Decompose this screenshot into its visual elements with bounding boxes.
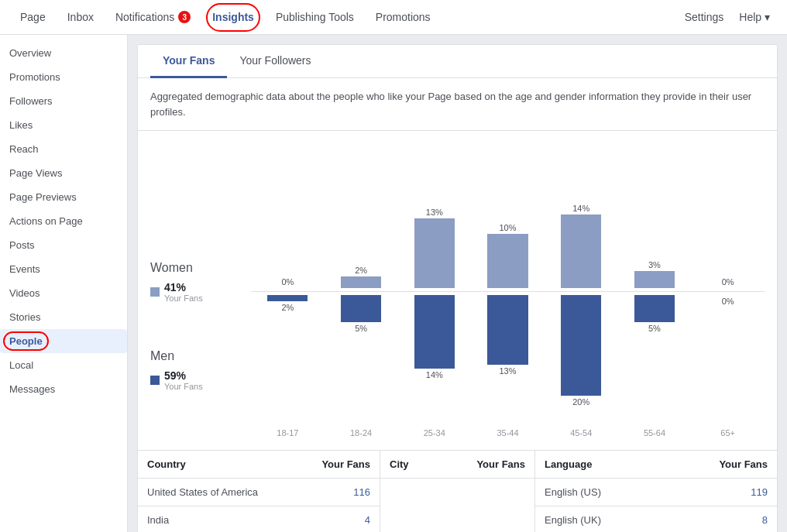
city-table-section: City Your Fans	[380, 451, 535, 532]
age-label-18-24: 18-24	[350, 428, 372, 438]
age-label-45-54: 45-54	[570, 428, 592, 438]
women-legend-sub: Your Fans	[164, 293, 203, 303]
table-row: United States of America116	[138, 479, 380, 506]
tab-your-followers[interactable]: Your Followers	[227, 45, 323, 78]
sidebar-item-actions-on-page[interactable]: Actions on Page	[0, 209, 127, 233]
age-label-65+: 65+	[720, 428, 735, 438]
chart-description: Aggregated demographic data about the pe…	[138, 78, 777, 131]
table-row: English (UK)8	[535, 506, 777, 533]
women-bar-55-64	[634, 271, 675, 288]
men-bar-18-17	[267, 295, 308, 301]
city-table: City Your Fans	[380, 451, 534, 479]
sidebar: Overview Promotions Followers Likes Reac…	[0, 35, 128, 532]
sidebar-item-stories[interactable]: Stories	[0, 305, 127, 329]
language-cell: English (UK)	[535, 506, 682, 533]
language-cell: English (US)	[535, 479, 682, 506]
women-pct-18-17: 0%	[281, 277, 294, 287]
tab-your-fans[interactable]: Your Fans	[150, 45, 227, 78]
women-bar-45-54	[561, 215, 601, 288]
men-pct-35-44: 13%	[500, 366, 517, 376]
men-pct-45-54: 20%	[572, 397, 589, 407]
bar-group-18-17: 0%2%18-17	[251, 143, 325, 438]
notifications-label: Notifications	[115, 11, 174, 23]
men-bar-55-64	[634, 295, 675, 322]
language-fans-col-header: Your Fans	[682, 451, 777, 479]
women-bar-25-34	[414, 218, 455, 288]
fans-cell: 119	[682, 479, 777, 506]
sidebar-item-overview[interactable]: Overview	[0, 41, 127, 65]
table-row: English (US)119	[535, 479, 777, 506]
sidebar-item-followers[interactable]: Followers	[0, 89, 127, 113]
city-col-header: City	[380, 451, 435, 479]
people-highlight: People	[9, 335, 43, 347]
people-label: People	[9, 335, 43, 347]
sidebar-item-likes[interactable]: Likes	[0, 113, 127, 137]
nav-settings[interactable]: Settings	[677, 0, 732, 35]
city-fans-col-header: Your Fans	[435, 451, 534, 479]
age-label-55-64: 55-64	[644, 428, 665, 438]
men-percentage: 59%	[164, 369, 203, 382]
fans-cell: 116	[297, 479, 380, 506]
sidebar-item-messages[interactable]: Messages	[0, 377, 127, 401]
men-title: Men	[150, 349, 243, 363]
men-color-box	[150, 376, 160, 385]
women-bar-18-24	[341, 276, 381, 288]
bar-group-18-24: 2%5%18-24	[325, 143, 398, 438]
men-pct-65+: 0%	[722, 297, 734, 306]
women-pct-45-54: 14%	[572, 204, 589, 213]
bar-group-65+: 0%0%65+	[691, 143, 765, 438]
sidebar-item-reach[interactable]: Reach	[0, 137, 127, 161]
country-cell: India	[138, 506, 297, 533]
language-col-header: Language	[535, 451, 682, 479]
chart-area: Women 41% Your Fans Men	[138, 131, 777, 450]
age-label-25-34: 25-34	[424, 428, 445, 438]
women-pct-65+: 0%	[722, 277, 734, 287]
nav-notifications[interactable]: Notifications 3	[105, 0, 201, 35]
nav-right: Settings Help ▾	[677, 0, 778, 35]
sidebar-item-local[interactable]: Local	[0, 353, 127, 377]
nav-left: Page Inbox Notifications 3 Insights Publ…	[9, 0, 677, 35]
sidebar-item-page-previews[interactable]: Page Previews	[0, 185, 127, 209]
insights-label: Insights	[212, 11, 254, 23]
men-pct-25-34: 14%	[426, 370, 443, 379]
nav-insights[interactable]: Insights	[201, 0, 265, 35]
language-table: Language Your Fans English (US)119Englis…	[535, 451, 777, 532]
sidebar-item-page-views[interactable]: Page Views	[0, 161, 127, 185]
nav-help[interactable]: Help ▾	[731, 0, 778, 35]
bar-chart-container: 0%2%18-172%5%18-2413%14%25-3410%13%35-44…	[251, 143, 765, 438]
bar-group-55-64: 3%5%55-64	[618, 143, 692, 438]
chart-legend: Women 41% Your Fans Men	[150, 261, 251, 438]
language-table-section: Language Your Fans English (US)119Englis…	[535, 451, 777, 532]
sidebar-item-posts[interactable]: Posts	[0, 233, 127, 257]
sidebar-item-events[interactable]: Events	[0, 257, 127, 281]
women-pct-55-64: 3%	[648, 260, 661, 269]
men-pct-18-17: 2%	[281, 303, 294, 312]
notifications-badge: 3	[178, 11, 191, 23]
age-label-35-44: 35-44	[497, 428, 518, 438]
top-navigation: Page Inbox Notifications 3 Insights Publ…	[0, 0, 787, 35]
sidebar-item-people[interactable]: People	[0, 329, 127, 353]
bar-group-25-34: 13%14%25-34	[397, 143, 471, 438]
sidebar-item-videos[interactable]: Videos	[0, 281, 127, 305]
fans-cell: 4	[297, 506, 380, 533]
women-legend-item: 41% Your Fans	[150, 281, 243, 303]
country-col-header: Country	[138, 451, 297, 479]
men-legend-sub: Your Fans	[164, 382, 203, 391]
tabs-row: Your Fans Your Followers	[138, 45, 777, 78]
men-bar-45-54	[561, 295, 601, 396]
bar-group-35-44: 10%13%35-44	[471, 143, 545, 438]
women-bar-35-44	[487, 234, 528, 288]
men-pct-18-24: 5%	[355, 324, 367, 333]
sidebar-item-promotions[interactable]: Promotions	[0, 65, 127, 89]
men-bar-18-24	[341, 295, 381, 322]
people-card: Your Fans Your Followers Aggregated demo…	[137, 44, 778, 532]
men-legend: Men 59% Your Fans	[150, 349, 243, 391]
men-pct-55-64: 5%	[648, 324, 661, 333]
country-cell: United States of America	[138, 479, 297, 506]
nav-promotions[interactable]: Promotions	[365, 0, 442, 35]
bar-group-45-54: 14%20%45-54	[545, 143, 618, 438]
nav-page[interactable]: Page	[9, 0, 57, 35]
nav-inbox[interactable]: Inbox	[57, 0, 105, 35]
fans-cell: 8	[682, 506, 777, 533]
nav-publishing-tools[interactable]: Publishing Tools	[265, 0, 365, 35]
